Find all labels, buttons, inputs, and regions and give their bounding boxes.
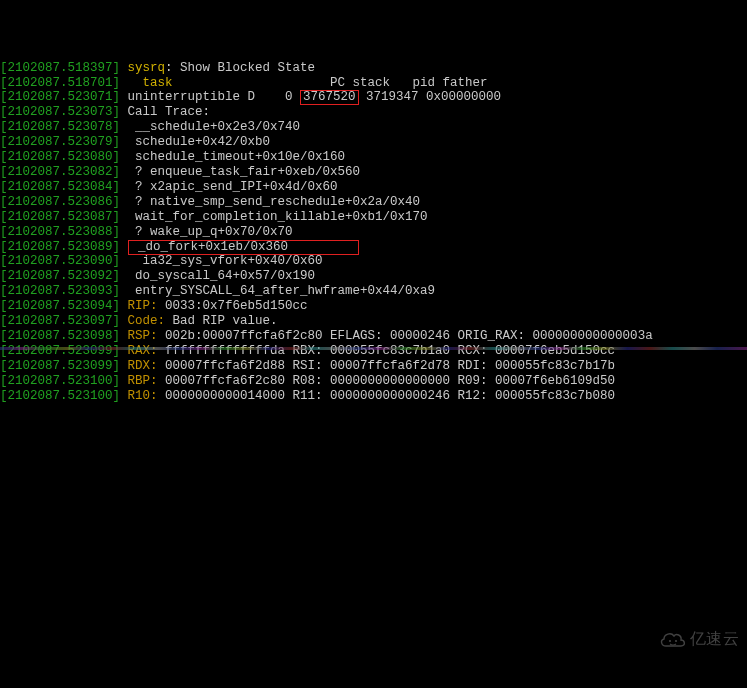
log-line: [2102087.523080] schedule_timeout+0x10e/… bbox=[0, 150, 747, 165]
terminal-output: [2102087.518397] sysrq: Show Blocked Sta… bbox=[0, 60, 747, 404]
log-line: [2102087.523099] RDX: 00007ffcfa6f2d88 R… bbox=[0, 359, 747, 374]
log-line: [2102087.523084] ? x2apic_send_IPI+0x4d/… bbox=[0, 180, 747, 195]
log-line: [2102087.523100] RBP: 00007ffcfa6f2c80 R… bbox=[0, 374, 747, 389]
log-line: [2102087.518397] sysrq: Show Blocked Sta… bbox=[0, 61, 747, 76]
log-text bbox=[120, 240, 128, 254]
log-line: [2102087.523094] RIP: 0033:0x7f6eb5d150c… bbox=[0, 299, 747, 314]
log-text: 002b:00007ffcfa6f2c80 EFLAGS: 00000246 O… bbox=[158, 329, 653, 343]
log-line: [2102087.523093] entry_SYSCALL_64_after_… bbox=[0, 284, 747, 299]
log-text: ? native_smp_send_reschedule+0x2a/0x40 bbox=[120, 195, 420, 209]
timestamp: [2102087.523078] bbox=[0, 120, 120, 134]
log-line: [2102087.518701] task PC stack pid fathe… bbox=[0, 76, 747, 91]
log-text: 0033:0x7f6eb5d150cc bbox=[158, 299, 308, 313]
log-line: [2102087.523097] Code: Bad RIP value. bbox=[0, 314, 747, 329]
watermark-text: 亿速云 bbox=[690, 632, 740, 647]
log-text: schedule+0x42/0xb0 bbox=[120, 135, 270, 149]
log-text: ? enqueue_task_fair+0xeb/0x560 bbox=[120, 165, 360, 179]
timestamp: [2102087.523079] bbox=[0, 135, 120, 149]
log-text: ia32_sys_vfork+0x40/0x60 bbox=[120, 254, 323, 268]
log-line: [2102087.523090] ia32_sys_vfork+0x40/0x6… bbox=[0, 254, 747, 269]
log-line: [2102087.523082] ? enqueue_task_fair+0xe… bbox=[0, 165, 747, 180]
log-text: 3767520 bbox=[300, 90, 359, 105]
log-text: uninterruptible D 0 bbox=[120, 90, 300, 104]
timestamp: [2102087.523093] bbox=[0, 284, 120, 298]
timestamp: [2102087.523097] bbox=[0, 314, 120, 328]
log-text: Code: bbox=[120, 314, 165, 328]
svg-point-1 bbox=[675, 640, 677, 642]
timestamp: [2102087.523094] bbox=[0, 299, 120, 313]
timestamp: [2102087.523086] bbox=[0, 195, 120, 209]
log-text: 00007ffcfa6f2c80 R08: 0000000000000000 R… bbox=[158, 374, 616, 388]
timestamp: [2102087.523084] bbox=[0, 180, 120, 194]
log-text: RAX: bbox=[120, 344, 158, 358]
log-text: RBP: bbox=[120, 374, 158, 388]
log-text: RDX: bbox=[120, 359, 158, 373]
log-text: RIP: bbox=[120, 299, 158, 313]
log-text: 0000000000014000 R11: 0000000000000246 R… bbox=[158, 389, 616, 403]
log-line: [2102087.523078] __schedule+0x2e3/0x740 bbox=[0, 120, 747, 135]
log-text: R10: bbox=[120, 389, 158, 403]
svg-point-0 bbox=[669, 640, 671, 642]
log-text: do_syscall_64+0x57/0x190 bbox=[120, 269, 315, 283]
cloud-icon bbox=[658, 598, 688, 680]
log-text: ? wake_up_q+0x70/0x70 bbox=[120, 225, 293, 239]
log-text: : Show Blocked State bbox=[165, 61, 360, 75]
timestamp: [2102087.523089] bbox=[0, 240, 120, 254]
log-line: [2102087.523071] uninterruptible D 0 376… bbox=[0, 90, 747, 105]
log-text: wait_for_completion_killable+0xb1/0x170 bbox=[120, 210, 428, 224]
log-text: _do_fork+0x1eb/0x360 bbox=[128, 240, 359, 255]
log-line: [2102087.523087] wait_for_completion_kil… bbox=[0, 210, 747, 225]
compression-artifact-bar bbox=[0, 347, 747, 350]
timestamp: [2102087.523098] bbox=[0, 329, 120, 343]
log-text: Call Trace: bbox=[120, 105, 210, 119]
log-text: schedule_timeout+0x10e/0x160 bbox=[120, 150, 345, 164]
log-text: entry_SYSCALL_64_after_hwframe+0x44/0xa9 bbox=[120, 284, 435, 298]
timestamp: [2102087.518397] bbox=[0, 61, 120, 75]
log-line: [2102087.523079] schedule+0x42/0xb0 bbox=[0, 135, 747, 150]
log-line: [2102087.523088] ? wake_up_q+0x70/0x70 bbox=[0, 225, 747, 240]
timestamp: [2102087.523073] bbox=[0, 105, 120, 119]
timestamp: [2102087.523082] bbox=[0, 165, 120, 179]
timestamp: [2102087.523099] bbox=[0, 344, 120, 358]
timestamp: [2102087.518701] bbox=[0, 76, 120, 90]
log-line: [2102087.523073] Call Trace: bbox=[0, 105, 747, 120]
log-text: ffffffffffffffda RBX: 000055fc83c7b1a0 R… bbox=[158, 344, 616, 358]
log-text: task bbox=[120, 76, 203, 90]
timestamp: [2102087.523099] bbox=[0, 359, 120, 373]
log-line: [2102087.523086] ? native_smp_send_resch… bbox=[0, 195, 747, 210]
timestamp: [2102087.523100] bbox=[0, 389, 120, 403]
timestamp: [2102087.523090] bbox=[0, 254, 120, 268]
log-line: [2102087.523100] R10: 0000000000014000 R… bbox=[0, 389, 747, 404]
log-text: PC stack pid father bbox=[203, 76, 488, 90]
log-line: [2102087.523092] do_syscall_64+0x57/0x19… bbox=[0, 269, 747, 284]
timestamp: [2102087.523087] bbox=[0, 210, 120, 224]
watermark: 亿速云 bbox=[658, 598, 739, 680]
log-text: sysrq bbox=[120, 61, 165, 75]
log-text: ? x2apic_send_IPI+0x4d/0x60 bbox=[120, 180, 338, 194]
timestamp: [2102087.523080] bbox=[0, 150, 120, 164]
timestamp: [2102087.523100] bbox=[0, 374, 120, 388]
log-line: [2102087.523089] _do_fork+0x1eb/0x360 bbox=[0, 240, 747, 255]
log-text: __schedule+0x2e3/0x740 bbox=[120, 120, 300, 134]
log-line: [2102087.523098] RSP: 002b:00007ffcfa6f2… bbox=[0, 329, 747, 344]
log-text: 00007ffcfa6f2d88 RSI: 00007ffcfa6f2d78 R… bbox=[158, 359, 616, 373]
timestamp: [2102087.523088] bbox=[0, 225, 120, 239]
log-text: 3719347 0x00000000 bbox=[359, 90, 502, 104]
log-text: RSP: bbox=[120, 329, 158, 343]
timestamp: [2102087.523071] bbox=[0, 90, 120, 104]
log-text: Bad RIP value. bbox=[165, 314, 278, 328]
timestamp: [2102087.523092] bbox=[0, 269, 120, 283]
